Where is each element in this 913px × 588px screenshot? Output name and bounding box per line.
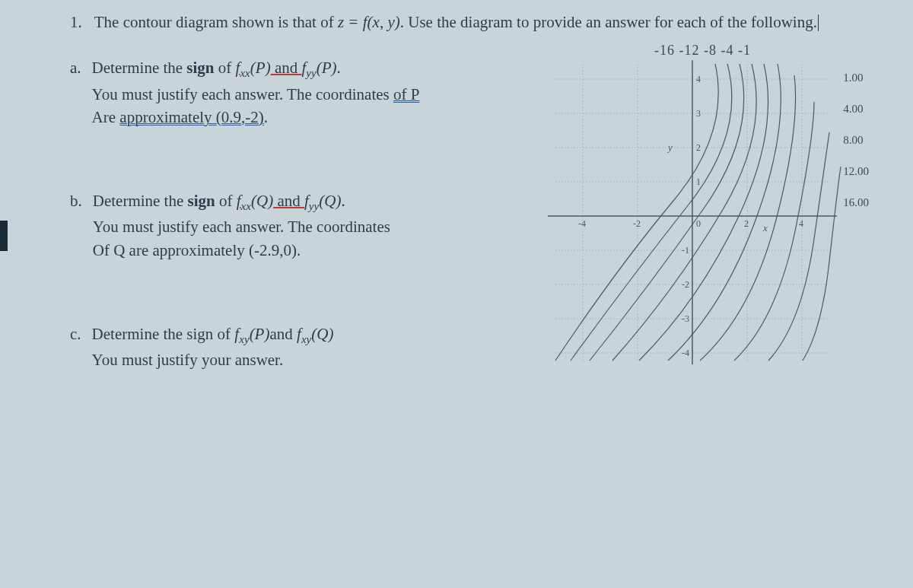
subpart-a-label: a. — [70, 56, 81, 129]
b-q2: (Q) — [319, 192, 341, 210]
b-q1: (Q) — [251, 192, 273, 210]
b-and: and — [273, 192, 304, 210]
contour-plot: -4 -2 0 2 4 4 3 2 1 -1 -2 -3 -4 x y — [540, 56, 845, 376]
svg-text:-3: -3 — [682, 313, 689, 324]
rl-3: 12.00 — [843, 165, 869, 178]
text-cursor — [818, 14, 819, 31]
a-end1: . — [337, 59, 341, 77]
svg-text:1: 1 — [696, 176, 701, 187]
rl-0: 1.00 — [843, 72, 869, 84]
questions-column: a. Determine the sign of fxx(P) and fyy(… — [70, 56, 525, 376]
a-fyy: fyy — [301, 59, 316, 77]
problem-intro-text: The contour diagram shown is that of z =… — [94, 11, 867, 33]
subpart-b-label: b. — [70, 189, 82, 262]
a-p2: (P) — [317, 59, 337, 77]
svg-text:-4: -4 — [682, 348, 689, 358]
b-end1: . — [341, 192, 345, 210]
contour-top-labels: -16 -12 -8 -4 -1 — [654, 43, 751, 59]
contour-right-labels: 1.00 4.00 8.00 12.00 16.00 — [843, 72, 869, 227]
contour-diagram: -16 -12 -8 -4 -1 1.00 4.00 8.00 12.00 16… — [540, 56, 867, 376]
page-edge-shadow — [0, 221, 8, 251]
a-ofp: of P — [393, 85, 419, 103]
svg-text:-2: -2 — [633, 218, 641, 229]
svg-text:3: 3 — [696, 108, 701, 119]
a-sub1: xx — [240, 68, 250, 80]
a-line2-pre: You must justify each answer. The coordi… — [92, 85, 393, 103]
svg-text:-2: -2 — [682, 279, 689, 290]
c-line2: You must justify your answer. — [92, 351, 284, 369]
a-line3-pre: Are — [92, 108, 120, 126]
y-axis-label: y — [666, 141, 673, 153]
c-prefix: Determine the sign of — [92, 325, 235, 343]
intro-suffix: . Use the diagram to provide an answer f… — [400, 13, 817, 31]
svg-text:2: 2 — [744, 218, 749, 229]
a-sign: sign — [186, 59, 214, 77]
a-mid1: of — [215, 59, 236, 77]
rl-4: 16.00 — [843, 196, 869, 209]
a-and: and — [271, 59, 302, 77]
c-fxy1: fxy — [234, 325, 249, 343]
c-q: (Q) — [311, 325, 333, 343]
a-approx: approximately (0.9,-2) — [119, 108, 264, 126]
svg-text:-4: -4 — [578, 218, 586, 229]
subpart-a: a. Determine the sign of fxx(P) and fyy(… — [70, 56, 525, 129]
rl-1: 4.00 — [843, 103, 869, 116]
b-sub2: yy — [309, 201, 319, 213]
c-fxy2: fxy — [297, 325, 311, 343]
svg-text:0: 0 — [696, 218, 701, 229]
subpart-b-body: Determine the sign of fxx(Q) and fyy(Q).… — [93, 189, 525, 262]
subpart-c: c. Determine the sign of fxy(P)and fxy(Q… — [70, 323, 525, 372]
a-fxx: fxx — [236, 59, 250, 77]
problem-number: 1. — [70, 11, 82, 33]
a-prefix: Determine the — [92, 59, 187, 77]
subpart-a-body: Determine the sign of fxx(P) and fyy(P).… — [92, 56, 525, 129]
c-p: (P) — [250, 325, 270, 343]
subpart-c-body: Determine the sign of fxy(P)and fxy(Q) Y… — [92, 323, 525, 372]
svg-text:4: 4 — [799, 218, 803, 229]
b-line3: Of Q are approximately (-2.9,0). — [93, 241, 301, 259]
subpart-b: b. Determine the sign of fxx(Q) and fyy(… — [70, 189, 525, 262]
intro-equation: z = f(x, y) — [338, 13, 400, 31]
svg-text:4: 4 — [696, 74, 701, 84]
subpart-c-label: c. — [70, 323, 81, 372]
svg-text:2: 2 — [696, 142, 701, 153]
rl-2: 8.00 — [843, 134, 869, 147]
b-fxx: fxx — [237, 192, 251, 210]
c-sub1: xy — [239, 334, 249, 346]
b-prefix: Determine the — [93, 192, 188, 210]
svg-text:-1: -1 — [682, 245, 689, 256]
b-mid1: of — [215, 192, 237, 210]
a-sub2: yy — [306, 68, 316, 80]
x-axis-label: x — [762, 222, 768, 234]
b-sign: sign — [188, 192, 215, 210]
c-and: and — [269, 325, 297, 343]
b-fyy: fyy — [304, 192, 319, 210]
problem-intro: 1. The contour diagram shown is that of … — [70, 11, 867, 33]
content-row: a. Determine the sign of fxx(P) and fyy(… — [70, 56, 867, 376]
b-sub1: xx — [241, 201, 251, 213]
a-end3: . — [264, 108, 268, 126]
b-line2: You must justify each answer. The coordi… — [93, 218, 390, 236]
c-sub2: xy — [301, 334, 311, 346]
intro-prefix: The contour diagram shown is that of — [94, 13, 338, 31]
a-p1: (P) — [250, 59, 271, 77]
